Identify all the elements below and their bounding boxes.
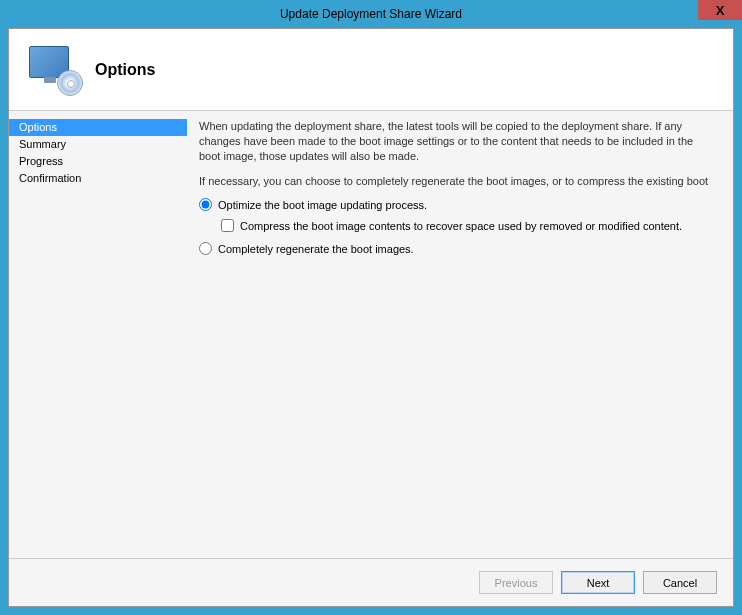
description-para-1: When updating the deployment share, the … xyxy=(199,119,715,164)
wizard-footer: Previous Next Cancel xyxy=(9,558,733,606)
sidebar-item-options[interactable]: Options xyxy=(9,119,187,136)
radio-regenerate[interactable] xyxy=(199,242,212,255)
option-optimize[interactable]: Optimize the boot image updating process… xyxy=(199,198,715,211)
deployment-icon xyxy=(29,46,77,94)
checkbox-compress[interactable] xyxy=(221,219,234,232)
page-title: Options xyxy=(95,61,155,79)
wizard-window: Update Deployment Share Wizard X Options… xyxy=(0,0,742,615)
option-compress[interactable]: Compress the boot image contents to reco… xyxy=(221,219,715,232)
radio-regenerate-label: Completely regenerate the boot images. xyxy=(218,243,414,255)
sidebar-item-summary[interactable]: Summary xyxy=(9,136,187,153)
wizard-header: Options xyxy=(9,29,733,111)
sidebar-item-label: Options xyxy=(19,121,57,133)
sidebar-item-label: Confirmation xyxy=(19,172,81,184)
wizard-body: Options Summary Progress Confirmation Wh… xyxy=(9,111,733,558)
sidebar-item-progress[interactable]: Progress xyxy=(9,153,187,170)
checkbox-compress-label: Compress the boot image contents to reco… xyxy=(240,220,682,232)
option-regenerate[interactable]: Completely regenerate the boot images. xyxy=(199,242,715,255)
description-para-2: If necessary, you can choose to complete… xyxy=(199,174,715,189)
radio-optimize[interactable] xyxy=(199,198,212,211)
titlebar: Update Deployment Share Wizard X xyxy=(0,0,742,28)
content-pane: When updating the deployment share, the … xyxy=(187,111,733,558)
sidebar-item-confirmation[interactable]: Confirmation xyxy=(9,170,187,187)
sidebar: Options Summary Progress Confirmation xyxy=(9,111,187,558)
cancel-button[interactable]: Cancel xyxy=(643,571,717,594)
sidebar-item-label: Summary xyxy=(19,138,66,150)
close-icon: X xyxy=(716,3,725,18)
window-title: Update Deployment Share Wizard xyxy=(0,7,742,21)
window-inner: Options Options Summary Progress Confirm… xyxy=(8,28,734,607)
previous-button: Previous xyxy=(479,571,553,594)
next-button[interactable]: Next xyxy=(561,571,635,594)
close-button[interactable]: X xyxy=(698,0,742,20)
radio-optimize-label: Optimize the boot image updating process… xyxy=(218,199,427,211)
sidebar-item-label: Progress xyxy=(19,155,63,167)
